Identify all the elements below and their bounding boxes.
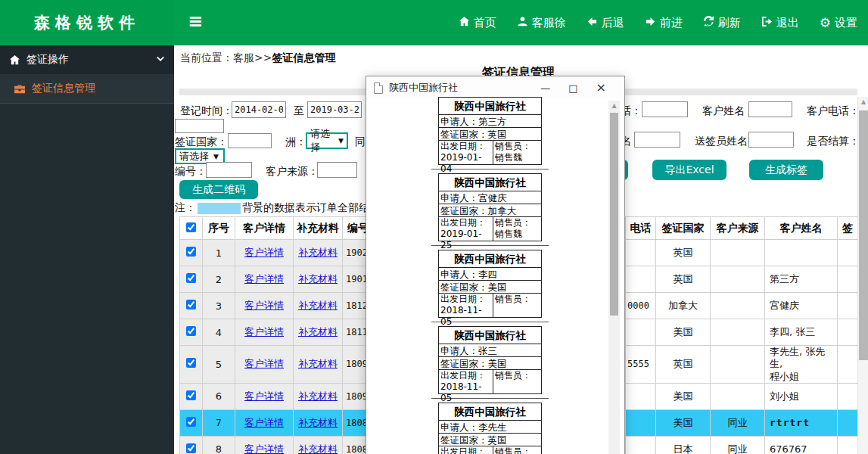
supplement-material-link[interactable]: 补充材料 — [298, 390, 338, 402]
supplement-material-cell: 补充材料 — [294, 240, 343, 266]
visa-country-cell: 美国 — [656, 383, 711, 409]
courier-name-input[interactable] — [748, 132, 794, 148]
supplement-material-link[interactable]: 补充材料 — [298, 273, 338, 285]
row-checkbox[interactable] — [186, 247, 196, 257]
row-checkbox[interactable] — [186, 390, 196, 400]
card-bottom-row: 出发日期：2019-01-04销售员：销售魏 — [439, 141, 541, 164]
customer-detail-link[interactable]: 客户详情 — [244, 443, 284, 454]
nav-home[interactable]: 首页 — [459, 16, 496, 30]
nav-back[interactable]: 后退 — [586, 16, 624, 30]
visa-country-input[interactable] — [228, 133, 272, 148]
supplement-material-link[interactable]: 补充材料 — [298, 326, 338, 337]
nav-forward[interactable]: 前进 — [645, 16, 683, 30]
nav-settings[interactable]: ⚙ 设置 — [820, 16, 857, 30]
hamburger-menu-icon[interactable]: ≡ — [188, 11, 203, 32]
table-header-cell: 客户来源 — [711, 217, 765, 240]
number-input[interactable] — [206, 162, 252, 178]
card-salesperson: 销售员： — [493, 294, 541, 317]
select-all-header-cell[interactable] — [180, 217, 203, 240]
phone-input[interactable] — [642, 101, 688, 117]
customer-detail-link[interactable]: 客户详情 — [244, 417, 284, 428]
modal-scrollbar[interactable]: ▲ — [608, 101, 620, 454]
reg-time-label: 登记时间： — [180, 104, 233, 118]
row-checkbox-cell[interactable] — [180, 240, 203, 266]
customer-detail-link[interactable]: 客户详情 — [244, 300, 284, 311]
customer-name-input[interactable] — [748, 101, 792, 117]
page-scrollbar-thumb[interactable] — [859, 110, 868, 360]
sidebar-item-visa-info-management[interactable]: 签证信息管理 — [0, 74, 174, 104]
phone-cell — [626, 266, 656, 293]
nav-user[interactable]: 客服徐 — [517, 16, 566, 30]
user-icon — [517, 16, 528, 30]
row-checkbox-cell[interactable] — [180, 319, 203, 346]
row-checkbox-cell[interactable] — [180, 293, 203, 319]
sidebar: 签证操作 签证信息管理 — [0, 45, 174, 454]
minimize-button[interactable]: — — [540, 83, 550, 93]
row-checkbox-cell[interactable] — [180, 409, 203, 436]
customer-source-cell: 同业 — [711, 409, 765, 436]
arrow-right-icon — [645, 16, 656, 30]
supplement-material-link[interactable]: 补充材料 — [298, 247, 338, 258]
sidebar-group-visa-operations[interactable]: 签证操作 — [0, 45, 174, 74]
sequence-cell: 8 — [203, 436, 235, 454]
row-checkbox-cell[interactable] — [180, 436, 203, 454]
customer-source-input[interactable] — [317, 162, 357, 178]
customer-source-cell — [711, 319, 765, 346]
row-checkbox[interactable] — [186, 443, 196, 453]
customer-detail-link[interactable]: 客户详情 — [244, 358, 284, 369]
logout-icon — [761, 16, 773, 30]
customer-detail-link[interactable]: 客户详情 — [244, 273, 284, 285]
visa-country-cell: 美国 — [656, 319, 711, 346]
modal-scrollbar-thumb[interactable] — [610, 113, 618, 316]
generate-qrcode-button[interactable]: 生成二维码 — [179, 180, 258, 199]
customer-detail-link[interactable]: 客户详情 — [244, 326, 284, 337]
customer-name-cell — [765, 240, 838, 266]
supplement-material-link[interactable]: 补充材料 — [298, 417, 338, 428]
top-nav: 首页 客服徐 后退 前进 刷新 退出 ⚙ — [459, 0, 857, 45]
document-icon — [374, 82, 383, 94]
supplement-material-link[interactable]: 补充材料 — [298, 443, 338, 454]
row-checkbox[interactable] — [186, 358, 196, 368]
maximize-button[interactable]: □ — [568, 83, 577, 93]
customer-detail-link[interactable]: 客户详情 — [244, 390, 284, 402]
row-checkbox-cell[interactable] — [180, 346, 203, 384]
card-departure-date: 出发日期：2018-11-05 — [439, 370, 493, 393]
row-checkbox-cell[interactable] — [180, 266, 203, 293]
table-header-cell: 签 — [838, 217, 858, 240]
nav-logout[interactable]: 退出 — [761, 16, 799, 30]
reg-time-to-input[interactable] — [307, 101, 362, 118]
supplement-material-link[interactable]: 补充材料 — [298, 358, 338, 369]
customer-source-label: 客户来源： — [266, 165, 319, 179]
select-all-checkbox[interactable] — [186, 222, 196, 232]
continent-label: 洲： — [285, 135, 306, 149]
reg-time-from-input[interactable] — [232, 101, 286, 118]
scrollbar-up-arrow-icon[interactable]: ▲ — [858, 98, 868, 105]
close-icon[interactable]: × — [596, 82, 606, 94]
row-checkbox[interactable] — [186, 326, 196, 336]
row-checkbox[interactable] — [186, 417, 196, 427]
page-scrollbar[interactable]: ▲ — [857, 97, 868, 454]
card-applicant: 申请人：李四 — [439, 268, 541, 281]
supplement-material-cell: 补充材料 — [294, 409, 343, 436]
row-checkbox[interactable] — [186, 273, 196, 283]
card-departure-date: 出发日期：2019-01-04 — [439, 141, 493, 164]
card-applicant: 申请人：第三方 — [439, 115, 541, 128]
visa-label-card: 陕西中国旅行社申请人：李四签证国家：美国出发日期：2018-11-05销售员： — [438, 250, 542, 318]
customer-name-cell: 刘小姐 — [765, 383, 838, 409]
row-checkbox[interactable] — [186, 300, 196, 309]
generate-label-button[interactable]: 生成标签 — [749, 160, 823, 180]
sequence-cell: 1 — [203, 240, 235, 266]
export-excel-button[interactable]: 导出Excel — [652, 160, 726, 180]
continent-select[interactable]: 请选择▼ — [306, 132, 348, 149]
name-fragment-input[interactable] — [634, 132, 680, 148]
modal-titlebar[interactable]: 陕西中国旅行社 — □ × — [366, 76, 624, 99]
visa-country-cell: 日本 — [656, 436, 711, 454]
row-checkbox-cell[interactable] — [180, 383, 203, 409]
supplement-material-link[interactable]: 补充材料 — [298, 300, 338, 311]
nav-refresh[interactable]: 刷新 — [703, 16, 741, 30]
customer-detail-link[interactable]: 客户详情 — [244, 247, 284, 258]
phone-cell — [626, 436, 656, 454]
extra-input[interactable] — [175, 119, 224, 133]
card-bottom-row: 出发日期：2018-11-05销售员： — [439, 370, 541, 393]
scrollbar-up-arrow-icon[interactable]: ▲ — [608, 102, 620, 109]
